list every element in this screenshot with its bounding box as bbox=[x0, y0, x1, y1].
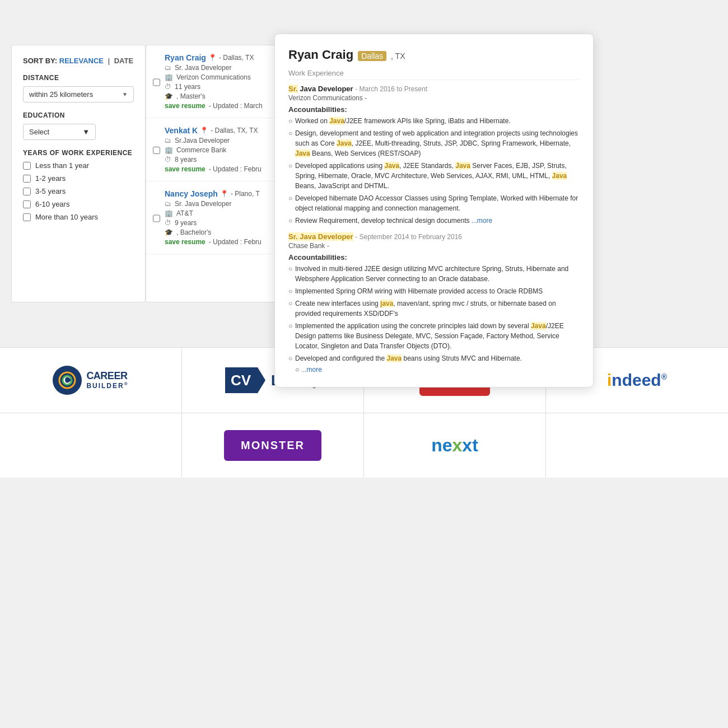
job1-bullet-4: Developed hibernate DAO Accessor Classes… bbox=[288, 193, 580, 213]
years-experience-list: Less than 1 year 1-2 years 3-5 years 6-1… bbox=[23, 161, 134, 221]
briefcase-icon-ryan: 🗂 bbox=[165, 64, 171, 72]
sort-by-label: SORT BY: bbox=[23, 57, 57, 65]
years-option-less1[interactable]: Less than 1 year bbox=[23, 161, 134, 170]
result-title-nancy-joseph: Sr. Java Developer bbox=[175, 200, 231, 208]
result-title-venkat-k: Sr.Java Developer bbox=[175, 137, 230, 144]
distance-label: DISTANCE bbox=[23, 74, 134, 82]
education-value: Select bbox=[29, 128, 49, 136]
briefcase-icon-venkat: 🗂 bbox=[165, 137, 171, 144]
empty-cell-1 bbox=[0, 413, 182, 478]
location-pin-icon-nancy: 📍 bbox=[220, 190, 228, 198]
job2-bullet-3: Create new interfaces using java, maven/… bbox=[288, 298, 580, 319]
indeed-text: indeed® bbox=[607, 371, 667, 390]
job2-bullet-2: Implemented Spring ORM wiring with Hiber… bbox=[288, 286, 580, 296]
sort-date-link[interactable]: DATE bbox=[114, 57, 133, 65]
job1-bullet-1: Worked on Java/J2EE framework APIs like … bbox=[288, 116, 580, 126]
years-label-3-5: 3-5 years bbox=[35, 187, 66, 195]
result-company-ryan-craig: Verizon Communications bbox=[176, 73, 251, 81]
job1-accountability-label: Accountabilities: bbox=[288, 105, 580, 114]
job2-bullet-1: Involved in multi-tiered J2EE design uti… bbox=[288, 264, 580, 284]
job2-title-line: Sr. Java Developer - September 2014 to F… bbox=[288, 232, 580, 241]
detail-header: Ryan Craig Dallas , TX bbox=[288, 48, 580, 62]
result-name-ryan-craig[interactable]: Ryan Craig bbox=[165, 53, 206, 62]
years-label-6-10: 6-10 years bbox=[35, 200, 69, 208]
work-experience-header: Work Experience bbox=[288, 69, 580, 80]
save-resume-nancy-joseph[interactable]: save resume bbox=[165, 238, 206, 246]
nexxt-logo-cell[interactable]: nexxt bbox=[364, 413, 546, 478]
save-resume-ryan-craig[interactable]: save resume bbox=[165, 102, 206, 110]
result-education-ryan-craig: , Master's bbox=[176, 92, 206, 100]
save-resume-venkat-k[interactable]: save resume bbox=[165, 165, 206, 173]
job1-title-line: Sr. Java Developer - March 2016 to Prese… bbox=[288, 85, 580, 93]
years-checkbox-6-10[interactable] bbox=[23, 200, 31, 208]
job1-bullet-2: Design, development and testing of web a… bbox=[288, 128, 580, 158]
empty-cell-2 bbox=[546, 413, 728, 478]
result-info-nancy-joseph: Nancy Joseph 📍 - Plano, T 🗂 Sr. Java Dev… bbox=[165, 189, 278, 246]
result-checkbox-ryan-craig[interactable] bbox=[153, 55, 160, 110]
education-arrow-icon: ▼ bbox=[82, 128, 90, 136]
years-option-1-2[interactable]: 1-2 years bbox=[23, 174, 134, 183]
result-name-nancy-joseph[interactable]: Nancy Joseph bbox=[165, 189, 218, 198]
years-label-less1: Less than 1 year bbox=[35, 161, 89, 170]
building-icon-nancy: 🏢 bbox=[165, 209, 173, 217]
sort-by-section: SORT BY: RELEVANCE | DATE bbox=[23, 57, 134, 65]
distance-value: within 25 kilometers bbox=[29, 90, 93, 99]
distance-dropdown[interactable]: within 25 kilometers ▼ bbox=[23, 86, 134, 102]
sort-separator: | bbox=[108, 57, 110, 65]
nexxt-logo: nexxt bbox=[431, 435, 478, 456]
result-location-ryan-craig: - Dallas, TX bbox=[219, 54, 254, 62]
result-card-nancy-joseph: Nancy Joseph 📍 - Plano, T 🗂 Sr. Java Dev… bbox=[146, 181, 285, 254]
monster-logo: MONSTeR bbox=[224, 430, 321, 461]
job2-more-link[interactable]: ...more bbox=[301, 366, 322, 374]
detail-candidate-name: Ryan Craig bbox=[288, 48, 353, 62]
result-name-venkat-k[interactable]: Venkat K bbox=[165, 126, 198, 135]
monster-logo-cell[interactable]: MONSTeR bbox=[182, 413, 364, 478]
result-card-ryan-craig: Ryan Craig 📍 - Dallas, TX 🗂 Sr. Java Dev… bbox=[146, 45, 285, 118]
years-checkbox-1-2[interactable] bbox=[23, 175, 31, 183]
job2-date: - September 2014 to February 2016 bbox=[355, 233, 462, 241]
result-checkbox-nancy-joseph[interactable] bbox=[153, 191, 160, 246]
location-pin-icon-ryan: 📍 bbox=[208, 54, 217, 62]
years-checkbox-less1[interactable] bbox=[23, 162, 31, 170]
careerbuilder-icon: C bbox=[53, 366, 82, 395]
edu-icon-nancy: 🎓 bbox=[165, 228, 173, 236]
result-checkbox-venkat-k[interactable] bbox=[153, 128, 160, 173]
careerbuilder-logo-cell[interactable]: C CAREER BUILDER® bbox=[0, 348, 182, 413]
result-card-venkat-k: Venkat K 📍 - Dallas, TX, TX 🗂 Sr.Java De… bbox=[146, 118, 285, 181]
indeed-dot: i bbox=[607, 371, 612, 389]
result-company-nancy-joseph: AT&T bbox=[176, 209, 193, 217]
result-experience-ryan-craig: 11 years bbox=[175, 83, 200, 91]
years-experience-label: YEARS OF WORK EXPERIENCE bbox=[23, 149, 134, 157]
result-location-nancy-joseph: - Plano, T bbox=[231, 190, 260, 198]
cvlibrary-icon: CV bbox=[225, 367, 270, 393]
result-updated-ryan-craig: - Updated : March bbox=[209, 102, 263, 110]
years-option-more10[interactable]: More than 10 years bbox=[23, 213, 134, 221]
result-updated-venkat-k: - Updated : Febru bbox=[209, 165, 262, 173]
years-checkbox-more10[interactable] bbox=[23, 213, 31, 221]
job2-bullet-5: Developed and configured the Java beans … bbox=[288, 353, 580, 363]
job2-company: Chase Bank - bbox=[288, 242, 580, 250]
indeed-logo: indeed® bbox=[607, 371, 667, 390]
job1-more-link[interactable]: ...more bbox=[472, 217, 492, 225]
result-education-nancy-joseph: , Bachelor's bbox=[176, 228, 211, 236]
job2-more: ○ ...more bbox=[288, 366, 580, 374]
years-checkbox-3-5[interactable] bbox=[23, 188, 31, 195]
education-dropdown[interactable]: Select ▼ bbox=[23, 124, 96, 140]
filter-panel: SORT BY: RELEVANCE | DATE DISTANCE withi… bbox=[11, 45, 146, 302]
years-option-3-5[interactable]: 3-5 years bbox=[23, 187, 134, 195]
distance-arrow-icon: ▼ bbox=[122, 91, 128, 97]
years-label-1-2: 1-2 years bbox=[35, 174, 66, 183]
result-info-venkat-k: Venkat K 📍 - Dallas, TX, TX 🗂 Sr.Java De… bbox=[165, 126, 278, 173]
years-option-6-10[interactable]: 6-10 years bbox=[23, 200, 134, 208]
monster-text: MONSTeR bbox=[241, 439, 305, 451]
sort-relevance-link[interactable]: RELEVANCE bbox=[59, 57, 104, 65]
results-panel: Ryan Craig 📍 - Dallas, TX 🗂 Sr. Java Dev… bbox=[146, 45, 286, 302]
result-updated-nancy-joseph: - Updated : Febru bbox=[209, 238, 262, 246]
detail-location-state: , TX bbox=[391, 52, 405, 60]
location-pin-icon-venkat: 📍 bbox=[200, 127, 208, 134]
svg-text:CV: CV bbox=[231, 372, 251, 389]
education-label: EDUCATION bbox=[23, 111, 134, 119]
detail-panel: Ryan Craig Dallas , TX Work Experience S… bbox=[274, 34, 594, 388]
careerbuilder-text: CAREER BUILDER® bbox=[86, 371, 128, 390]
detail-location-highlight: Dallas bbox=[358, 51, 386, 61]
